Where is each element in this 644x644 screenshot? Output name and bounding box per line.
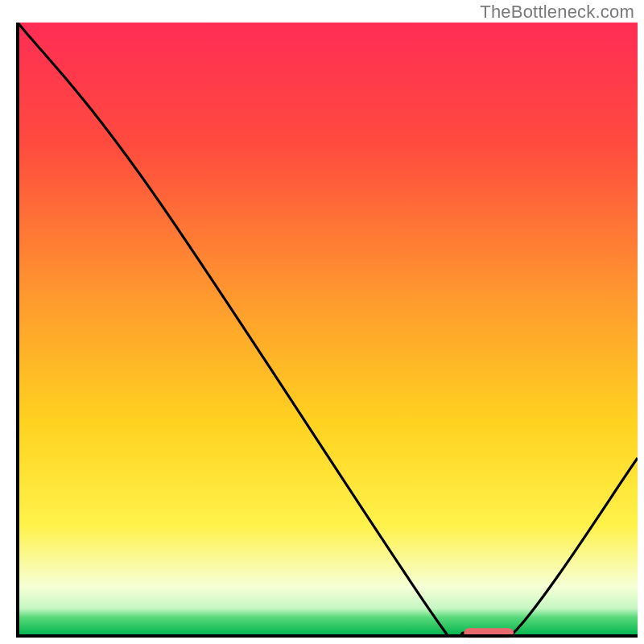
gradient-background [18,23,638,636]
chart-container: TheBottleneck.com [0,0,644,644]
bottleneck-chart [0,0,644,644]
